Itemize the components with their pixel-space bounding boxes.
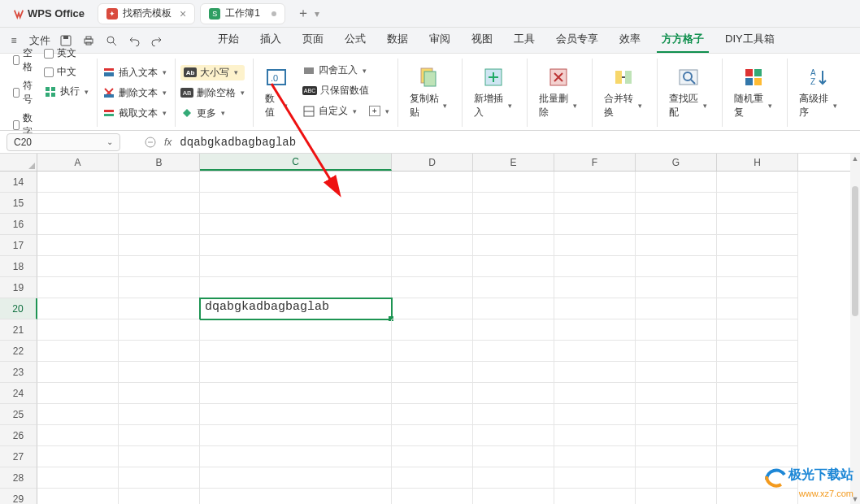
rowhead-25[interactable]: 25 (0, 404, 37, 425)
scroll-thumb[interactable] (852, 186, 858, 316)
cell-D15[interactable] (392, 193, 473, 214)
cell-E16[interactable] (473, 214, 554, 235)
cell-C23[interactable] (200, 362, 392, 383)
btn-rand[interactable]: 随机重复▾ (728, 63, 779, 123)
cell-E17[interactable] (473, 235, 554, 256)
tab-template[interactable]: ✦ 找稻壳模板 × (98, 3, 195, 24)
btn-round[interactable]: 四舍五入▾ (302, 63, 389, 78)
cell-G27[interactable] (636, 446, 717, 467)
cell-G29[interactable] (636, 489, 717, 504)
col-F[interactable]: F (554, 154, 636, 171)
menu-fanggezi[interactable]: 方方格子 (657, 28, 709, 53)
btn-batchdel[interactable]: 批量删除▾ (532, 63, 584, 123)
tab-menu-caret[interactable]: ▾ (315, 8, 319, 20)
cell-E23[interactable] (473, 362, 554, 383)
cell-C28[interactable] (200, 467, 392, 489)
cell-F29[interactable] (554, 489, 636, 504)
chk-blank[interactable]: 空格 (13, 46, 36, 74)
cell-F20[interactable] (554, 298, 636, 319)
cell-B29[interactable] (119, 489, 200, 504)
new-tab-button[interactable]: ＋ (297, 5, 310, 22)
chk-chinese[interactable]: 中文 (44, 65, 89, 79)
cell-G21[interactable] (636, 319, 717, 341)
cell-D21[interactable] (392, 319, 473, 341)
cell-E26[interactable] (473, 425, 554, 446)
rowhead-29[interactable]: 29 (0, 489, 37, 504)
cell-G23[interactable] (636, 362, 717, 383)
formula-input[interactable] (180, 133, 853, 151)
cell-C19[interactable] (200, 277, 392, 298)
cell-A27[interactable] (37, 446, 119, 467)
cell-A21[interactable] (37, 319, 119, 341)
rowhead-17[interactable]: 17 (0, 235, 37, 256)
cell-D23[interactable] (392, 362, 473, 383)
menu-efficiency[interactable]: 效率 (615, 28, 645, 53)
cell-E20[interactable] (473, 298, 554, 319)
cell-H26[interactable] (717, 425, 798, 446)
cell-F27[interactable] (554, 446, 636, 467)
cell-G18[interactable] (636, 256, 717, 277)
custom-plus-icon[interactable]: + (369, 106, 380, 116)
cell-E24[interactable] (473, 383, 554, 404)
cell-H17[interactable] (717, 235, 798, 256)
chk-symbol[interactable]: 符号 (13, 79, 36, 106)
cell-D18[interactable] (392, 256, 473, 277)
print-icon[interactable] (81, 33, 96, 48)
vertical-scrollbar[interactable]: ▲ ▼ (850, 154, 860, 504)
rowhead-26[interactable]: 26 (0, 425, 37, 446)
namebox-dropdown-icon[interactable]: ⌄ (106, 137, 113, 146)
cell-A25[interactable] (37, 404, 119, 425)
cell-F23[interactable] (554, 362, 636, 383)
menu-start[interactable]: 开始 (213, 28, 244, 53)
cell-H25[interactable] (717, 404, 798, 425)
cell-E21[interactable] (473, 319, 554, 341)
chk-english[interactable]: 英文 (44, 46, 89, 60)
cell-F17[interactable] (554, 235, 636, 256)
rowhead-18[interactable]: 18 (0, 256, 37, 277)
cell-C20[interactable]: dqabgkadbagbaglab (200, 298, 392, 319)
cell-E29[interactable] (473, 489, 554, 504)
cell-H14[interactable] (717, 172, 798, 193)
col-B[interactable]: B (119, 154, 200, 171)
cell-A17[interactable] (37, 235, 119, 256)
cell-A14[interactable] (37, 172, 119, 193)
cell-B21[interactable] (119, 319, 200, 341)
cell-F16[interactable] (554, 214, 636, 235)
btn-more[interactable]: 更多▾ (180, 106, 245, 121)
cell-G22[interactable] (636, 341, 717, 362)
cell-F14[interactable] (554, 172, 636, 193)
cell-H18[interactable] (717, 256, 798, 277)
cell-B14[interactable] (119, 172, 200, 193)
cell-C15[interactable] (200, 193, 392, 214)
cell-A20[interactable] (37, 298, 119, 319)
menu-data[interactable]: 数据 (382, 28, 413, 53)
rowhead-14[interactable]: 14 (0, 172, 37, 193)
select-all-corner[interactable] (0, 154, 37, 171)
cell-H19[interactable] (717, 277, 798, 298)
cell-F18[interactable] (554, 256, 636, 277)
name-box[interactable]: C20 ⌄ (7, 133, 120, 151)
btn-copypaste[interactable]: 复制粘贴▾ (403, 63, 454, 123)
rowhead-16[interactable]: 16 (0, 214, 37, 235)
cell-F21[interactable] (554, 319, 636, 341)
cell-D16[interactable] (392, 214, 473, 235)
rowhead-20[interactable]: 20 (0, 298, 37, 319)
cell-D14[interactable] (392, 172, 473, 193)
cancel-icon[interactable] (145, 137, 156, 148)
col-H[interactable]: H (717, 154, 798, 171)
btn-keepnum[interactable]: ABC只保留数值 (302, 83, 389, 98)
cell-D27[interactable] (392, 446, 473, 467)
btn-find[interactable]: 查找匹配▾ (662, 63, 714, 123)
menu-view[interactable]: 视图 (467, 28, 497, 53)
cell-D17[interactable] (392, 235, 473, 256)
cell-D24[interactable] (392, 383, 473, 404)
undo-icon[interactable] (127, 33, 141, 48)
preview-icon[interactable] (104, 33, 119, 48)
cell-A28[interactable] (37, 467, 119, 489)
cell-F25[interactable] (554, 404, 636, 425)
rowhead-24[interactable]: 24 (0, 383, 37, 404)
cell-H24[interactable] (717, 383, 798, 404)
rowhead-27[interactable]: 27 (0, 446, 37, 467)
cell-A24[interactable] (37, 383, 119, 404)
cell-F24[interactable] (554, 383, 636, 404)
